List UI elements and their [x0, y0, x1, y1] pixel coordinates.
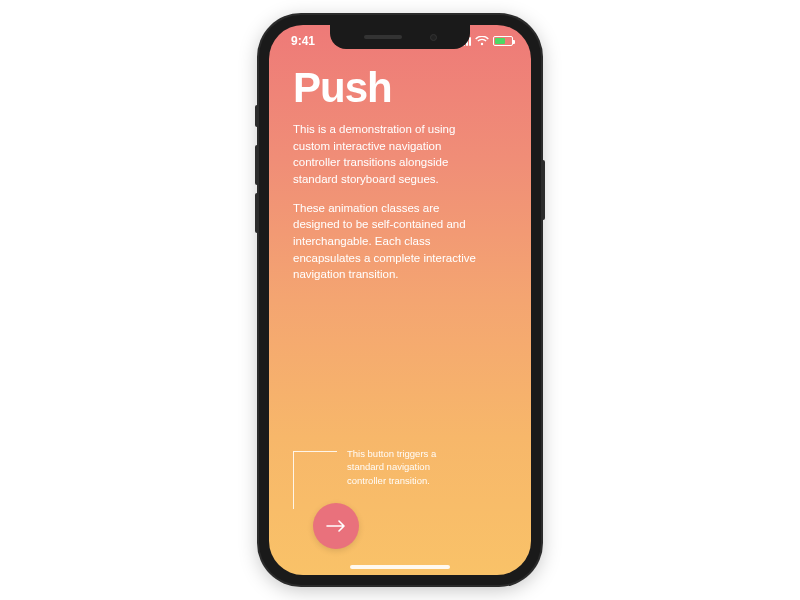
iphone-frame: 9:41 Push This is a demonstration of usi… — [259, 15, 541, 585]
notch — [330, 25, 470, 49]
body-text: This is a demonstration of using custom … — [293, 121, 483, 295]
content: Push This is a demonstration of using cu… — [293, 67, 507, 575]
callout-text: This button triggers a standard navigati… — [347, 447, 467, 487]
home-indicator[interactable] — [350, 565, 450, 569]
wifi-icon — [475, 36, 489, 46]
arrow-right-icon — [326, 520, 346, 532]
volume-down-button — [255, 193, 259, 233]
callout: This button triggers a standard navigati… — [293, 447, 507, 509]
battery-icon — [493, 36, 513, 46]
screen: 9:41 Push This is a demonstration of usi… — [269, 25, 531, 575]
silence-switch — [255, 105, 259, 127]
footer: This button triggers a standard navigati… — [293, 447, 507, 575]
battery-fill — [495, 38, 505, 44]
callout-line — [293, 451, 337, 509]
speaker-grille — [364, 35, 402, 39]
status-time: 9:41 — [291, 34, 315, 48]
next-button[interactable] — [313, 503, 359, 549]
page-title: Push — [293, 67, 507, 109]
front-camera — [430, 34, 437, 41]
paragraph-2: These animation classes are designed to … — [293, 200, 483, 283]
volume-up-button — [255, 145, 259, 185]
paragraph-1: This is a demonstration of using custom … — [293, 121, 483, 188]
power-button — [541, 160, 545, 220]
